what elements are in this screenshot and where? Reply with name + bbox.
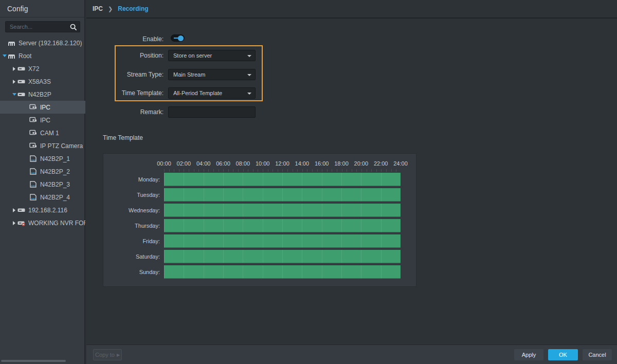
schedule-row-tuesday: Tuesday:	[103, 188, 416, 202]
main-panel: IPC ❯ Recording Enable: Position: Store …	[86, 0, 617, 364]
tree-item-x58a3s[interactable]: X58A3S	[0, 75, 85, 88]
chevron-down-icon	[247, 93, 251, 95]
search-box	[5, 21, 80, 32]
tree-item-cam-1[interactable]: CAM 1	[0, 126, 85, 139]
schedule-bar[interactable]	[164, 219, 401, 232]
tree-item-n42b2p-4[interactable]: N42B2P_4	[0, 191, 85, 204]
search-icon[interactable]	[70, 24, 77, 31]
channel-icon	[29, 181, 38, 188]
day-label: Monday:	[103, 176, 160, 183]
time-axis-label: 04:00	[196, 160, 211, 167]
expander-arrow-icon[interactable]	[11, 208, 17, 212]
day-label: Wednesday:	[103, 207, 160, 213]
tree-item-ipc[interactable]: IPC	[0, 101, 85, 114]
time-tick-ruler	[164, 169, 401, 172]
time-axis-label: 08:00	[236, 160, 250, 167]
time-axis-label: 24:00	[393, 160, 408, 167]
server-icon	[8, 40, 16, 46]
camera-icon	[29, 117, 38, 123]
day-label: Tuesday:	[103, 192, 160, 198]
schedule-row-wednesday: Wednesday:	[103, 204, 416, 217]
ok-button[interactable]: OK	[548, 349, 578, 360]
time-axis-label: 02:00	[177, 160, 191, 167]
expander-arrow-icon[interactable]	[11, 67, 17, 71]
nvr-icon	[17, 78, 26, 85]
breadcrumb-current: Recording	[118, 5, 148, 12]
time-axis-label: 20:00	[354, 160, 369, 167]
tree-item-label: N42B2P_1	[40, 155, 70, 162]
schedule-row-thursday: Thursday:	[103, 219, 416, 232]
tree-item-working-nvr-for-t[interactable]: WORKING NVR FOR T	[0, 216, 85, 229]
nvr-icon	[17, 91, 26, 98]
enable-label: Enable:	[86, 35, 164, 43]
day-label: Friday:	[103, 238, 160, 244]
tree-item-ip-ptz-camera[interactable]: IP PTZ Camera	[0, 139, 85, 152]
tree-item-label: N42B2P	[28, 91, 51, 98]
time-axis-label: 16:00	[315, 160, 329, 167]
tree-item-label: WORKING NVR FOR T	[28, 220, 85, 227]
chevron-down-icon	[247, 74, 251, 76]
schedule-bar[interactable]	[164, 204, 401, 217]
stream-type-dropdown[interactable]: Main Stream	[168, 69, 256, 80]
footer-bar: Copy to ▶ Apply OK Cancel	[86, 344, 617, 364]
cancel-button[interactable]: Cancel	[583, 349, 612, 360]
camera-icon	[29, 142, 38, 149]
time-axis-label: 06:00	[216, 160, 230, 167]
position-value: Store on server	[173, 52, 212, 59]
tree-item-label: IPC	[40, 117, 50, 124]
breadcrumb-parent[interactable]: IPC	[93, 5, 103, 12]
tree-item-label: IPC	[40, 104, 50, 111]
position-dropdown[interactable]: Store on server	[168, 50, 256, 61]
tree-item-x72[interactable]: X72	[0, 62, 85, 75]
nvr-icon	[17, 207, 26, 213]
copy-to-label: Copy to	[95, 352, 115, 358]
channel-icon	[29, 168, 38, 175]
schedule-panel: 00:0002:0004:0006:0008:0010:0012:0014:00…	[103, 153, 416, 287]
chevron-down-icon	[247, 55, 251, 57]
tree-item-label: N42B2P_4	[40, 194, 70, 201]
stream-type-value: Main Stream	[173, 71, 205, 78]
position-label: Position:	[86, 52, 164, 59]
tree-item-n42b2p-3[interactable]: N42B2P_3	[0, 178, 85, 191]
time-axis-label: 18:00	[334, 160, 349, 167]
horizontal-scrollbar[interactable]	[1, 360, 66, 362]
config-window: Config Server (192.168.2.120)RootX72X58A…	[0, 0, 617, 364]
day-label: Sunday:	[103, 269, 160, 275]
expander-arrow-icon[interactable]	[11, 221, 17, 225]
apply-button[interactable]: Apply	[514, 349, 543, 360]
tree-item-ipc[interactable]: IPC	[0, 114, 85, 126]
tree-item-root[interactable]: Root	[0, 49, 85, 62]
time-template-value: All-Period Template	[173, 90, 222, 96]
search-input[interactable]	[6, 22, 80, 32]
schedule-bar[interactable]	[164, 234, 401, 248]
schedule-row-monday: Monday:	[103, 173, 416, 186]
expander-arrow-icon[interactable]	[11, 80, 17, 84]
sidebar-title: Config	[0, 0, 84, 17]
tree-item-n42b2p[interactable]: N42B2P	[0, 88, 85, 101]
copy-to-button[interactable]: Copy to ▶	[93, 349, 122, 360]
tree-item-n42b2p-2[interactable]: N42B2P_2	[0, 165, 85, 178]
tree-item-label: CAM 1	[40, 130, 59, 137]
arrow-right-icon: ▶	[117, 353, 120, 357]
tree-item-label: X72	[28, 65, 39, 72]
schedule-bar[interactable]	[164, 173, 401, 186]
camera-icon	[29, 104, 38, 111]
enable-toggle[interactable]	[171, 34, 185, 42]
expander-arrow-icon[interactable]	[11, 93, 17, 96]
schedule-bar[interactable]	[164, 265, 401, 279]
tree-item-n42b2p-1[interactable]: N42B2P_1	[0, 152, 85, 165]
schedule-bar[interactable]	[164, 188, 401, 202]
time-axis-label: 00:00	[157, 160, 171, 167]
schedule-row-sunday: Sunday:	[103, 265, 416, 279]
tree-item-label: N42B2P_2	[40, 168, 70, 175]
day-label: Saturday:	[103, 253, 160, 260]
channel-icon	[29, 155, 38, 162]
tree-item-server-192-168-2-120[interactable]: Server (192.168.2.120)	[0, 37, 85, 49]
device-tree: Server (192.168.2.120)RootX72X58A3SN42B2…	[0, 37, 85, 229]
schedule-bar[interactable]	[164, 250, 401, 263]
time-template-dropdown[interactable]: All-Period Template	[168, 87, 256, 99]
tree-item-label: 192.168.2.116	[28, 207, 67, 214]
tree-item-192-168-2-116[interactable]: 192.168.2.116	[0, 204, 85, 216]
remark-input[interactable]	[168, 106, 256, 118]
expander-arrow-icon[interactable]	[1, 54, 8, 57]
